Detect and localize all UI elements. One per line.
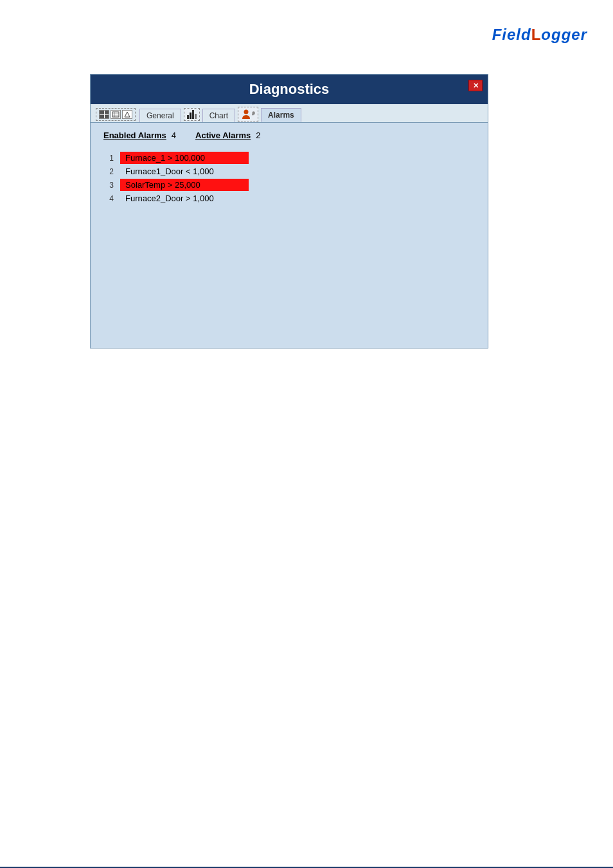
alarm-row: 4Furnace2_Door > 1,000 [103,192,475,204]
toolbar-icons [96,108,136,121]
diagnostics-dialog: Diagnostics ✕ [90,74,488,348]
alarm-number: 4 [103,194,114,203]
alarm-number: 3 [103,181,114,190]
enabled-alarms-count: 4 [172,131,176,140]
alarm-text: Furnace1_Door < 1,000 [120,165,249,177]
active-alarms-count: 2 [256,131,260,140]
tab-bar: General Chart [91,104,488,123]
alarm-number: 1 [103,154,114,163]
alarm-list: 1Furnace_1 > 100,0002Furnace1_Door < 1,0… [103,152,475,204]
close-button[interactable]: ✕ [468,80,483,91]
svg-rect-0 [112,112,119,117]
tab-general-label: General [147,111,174,120]
fieldlogger-logo: FieldLogger [492,26,587,44]
logo-dash-text: L [531,26,542,43]
tab-chart[interactable]: Chart [202,109,235,122]
alarm-row: 1Furnace_1 > 100,000 [103,152,475,164]
toolbar-icon-1[interactable] [99,110,109,119]
tab-chart-label: Chart [209,111,228,120]
enabled-alarms-summary: Enabled Alarms 4 [103,131,176,140]
active-alarms-label: Active Alarms [195,131,251,140]
alarm-person-icon [241,109,255,120]
tab-alarms-label: Alarms [268,111,294,120]
alarm-row: 3SolarTemp > 25,000 [103,179,475,191]
alarm-row: 2Furnace1_Door < 1,000 [103,165,475,177]
dialog-title: Diagnostics [249,81,330,97]
enabled-alarms-label: Enabled Alarms [103,131,166,140]
dialog-content: Enabled Alarms 4 Active Alarms 2 1Furnac… [91,123,488,348]
toolbar-icon-3[interactable] [122,110,132,119]
toolbar-icon-2[interactable] [111,110,121,119]
alarm-text: Furnace_1 > 100,000 [120,152,249,164]
logo-field-text: Field [492,26,531,43]
alarm-text: SolarTemp > 25,000 [120,179,249,191]
active-alarms-summary: Active Alarms 2 [195,131,260,140]
chart-icon [187,110,197,119]
svg-marker-4 [125,112,130,117]
tab-general[interactable]: General [139,109,181,122]
alarm-text: Furnace2_Door > 1,000 [120,192,249,204]
alarm-number: 2 [103,167,114,176]
tab-alarms[interactable]: Alarms [261,108,301,122]
svg-point-5 [244,110,249,114]
logo-logger-text: ogger [541,26,587,43]
summary-row: Enabled Alarms 4 Active Alarms 2 [103,131,475,143]
dialog-titlebar: Diagnostics ✕ [91,75,488,104]
svg-rect-6 [253,114,254,115]
